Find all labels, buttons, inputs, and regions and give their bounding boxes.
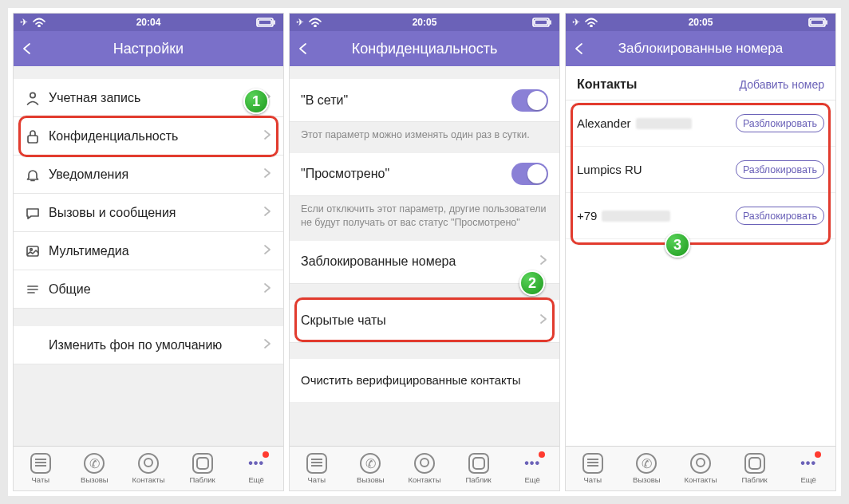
redacted-text (602, 211, 670, 222)
row-privacy[interactable]: Конфиденциальность (14, 117, 283, 156)
svg-rect-5 (28, 136, 38, 143)
airplane-icon: ✈ (296, 17, 304, 28)
notification-dot (815, 451, 821, 458)
row-online-status[interactable]: "В сети" (290, 79, 559, 122)
row-seen-status[interactable]: "Просмотрено" (290, 153, 559, 196)
back-button[interactable] (296, 31, 310, 66)
back-button[interactable] (20, 31, 34, 66)
row-hidden-chats[interactable]: Скрытые чаты (290, 300, 559, 343)
navbar: Конфиденциальность (290, 31, 559, 66)
svg-rect-14 (535, 20, 547, 25)
tab-public[interactable]: Паблик (452, 447, 506, 490)
phone-icon (360, 453, 381, 474)
tab-contacts[interactable]: Контакты (673, 447, 728, 490)
row-label: Изменить фон по умолчанию (49, 338, 263, 352)
step-badge-3: 3 (665, 232, 690, 258)
status-bar: ✈ 20:05 (566, 14, 835, 31)
person-icon (25, 90, 49, 106)
tab-contacts[interactable]: Контакты (121, 447, 176, 490)
tab-calls[interactable]: Вызовы (344, 447, 398, 490)
row-label: Заблокированные номера (301, 254, 539, 269)
status-time: 20:05 (689, 17, 713, 28)
section-title: Контакты (577, 77, 637, 92)
chevron-left-icon (20, 41, 34, 56)
toggle-seen[interactable] (511, 163, 548, 185)
public-icon (744, 453, 765, 474)
screen-settings: ✈ 20:04 Настройки Учетная запись (13, 13, 284, 491)
contact-name: +79 (577, 209, 736, 222)
chevron-left-icon (296, 41, 310, 56)
tab-chats[interactable]: Чаты (566, 447, 620, 490)
add-number-link[interactable]: Добавить номер (740, 78, 824, 91)
notification-dot (263, 451, 269, 458)
svg-rect-2 (259, 20, 271, 25)
tab-more[interactable]: Ещё (505, 447, 559, 490)
chat-icon (582, 453, 603, 474)
row-label: Учетная запись (49, 91, 263, 105)
row-label: Вызовы и сообщения (49, 206, 263, 220)
chevron-right-icon (263, 205, 272, 221)
unblock-button[interactable]: Разблокировать (736, 114, 824, 132)
row-clear-verified[interactable]: Очистить верифицированные контакты (290, 359, 559, 402)
chevron-right-icon (263, 337, 272, 353)
page-title: Заблокированные номера (618, 41, 783, 57)
blocked-contact-row: Lumpics RU Разблокировать (566, 147, 835, 193)
row-blocked-numbers[interactable]: Заблокированные номера (290, 241, 559, 284)
blocked-list-container: Контакты Добавить номер Alexander Разбло… (566, 66, 835, 446)
row-calls-messages[interactable]: Вызовы и сообщения (14, 194, 283, 232)
row-label: Мультимедиа (49, 244, 263, 258)
toggle-online[interactable] (511, 89, 548, 112)
contact-name: Alexander (577, 116, 736, 130)
tab-public[interactable]: Паблик (176, 447, 230, 490)
navbar: Заблокированные номера (566, 31, 835, 66)
chevron-right-icon (263, 282, 272, 297)
unblock-button[interactable]: Разблокировать (736, 160, 824, 179)
row-change-background[interactable]: Изменить фон по умолчанию (14, 326, 283, 364)
blocked-contact-row: Alexander Разблокировать (566, 100, 835, 147)
description-online: Этот параметр можно изменять один раз в … (290, 122, 559, 153)
tab-public[interactable]: Паблик (728, 447, 782, 490)
tab-contacts[interactable]: Контакты (397, 447, 452, 490)
blocked-contact-row: +79 Разблокировать (566, 193, 835, 239)
wifi-icon (309, 18, 322, 27)
tab-more[interactable]: Ещё (229, 447, 283, 490)
row-notifications[interactable]: Уведомления (14, 156, 283, 194)
tab-chats[interactable]: Чаты (14, 447, 68, 490)
screen-blocked: ✈ 20:05 Заблокированные номера Контакты … (565, 13, 836, 491)
tab-calls[interactable]: Вызовы (620, 447, 674, 490)
status-time: 20:05 (413, 17, 437, 28)
tab-chats[interactable]: Чаты (290, 447, 344, 490)
svg-point-4 (30, 93, 35, 97)
phone-icon (636, 453, 657, 474)
page-title: Конфиденциальность (352, 41, 498, 57)
row-label: Очистить верифицированные контакты (301, 373, 548, 387)
airplane-icon: ✈ (572, 17, 580, 28)
chevron-right-icon (263, 128, 272, 144)
page-title: Настройки (113, 41, 184, 57)
unblock-button[interactable]: Разблокировать (736, 207, 824, 225)
chevron-right-icon (539, 313, 548, 329)
battery-icon (808, 18, 829, 27)
row-general[interactable]: Общие (14, 270, 283, 309)
notification-dot (539, 451, 545, 458)
row-media[interactable]: Мультимедиа (14, 232, 283, 270)
status-bar: ✈ 20:04 (14, 14, 283, 31)
status-bar: ✈ 20:05 (290, 14, 559, 31)
row-label: "Просмотрено" (301, 167, 511, 181)
settings-list-container: Учетная запись Конфиденциальность Уведом… (14, 66, 283, 446)
privacy-list-container: "В сети" Этот параметр можно изменять од… (290, 66, 559, 446)
redacted-text (636, 118, 692, 129)
tab-bar: Чаты Вызовы Контакты Паблик Ещё (566, 446, 835, 490)
back-button[interactable] (572, 31, 586, 66)
row-label: Конфиденциальность (49, 129, 263, 144)
lock-icon (25, 128, 49, 144)
contact-icon (138, 453, 159, 474)
chevron-left-icon (572, 41, 586, 56)
tab-calls[interactable]: Вызовы (68, 447, 122, 490)
wifi-icon (585, 18, 598, 27)
contact-name: Lumpics RU (577, 163, 736, 176)
tab-more[interactable]: Ещё (781, 447, 835, 490)
battery-icon (256, 18, 277, 27)
chevron-right-icon (539, 254, 548, 270)
svg-point-12 (314, 26, 316, 27)
